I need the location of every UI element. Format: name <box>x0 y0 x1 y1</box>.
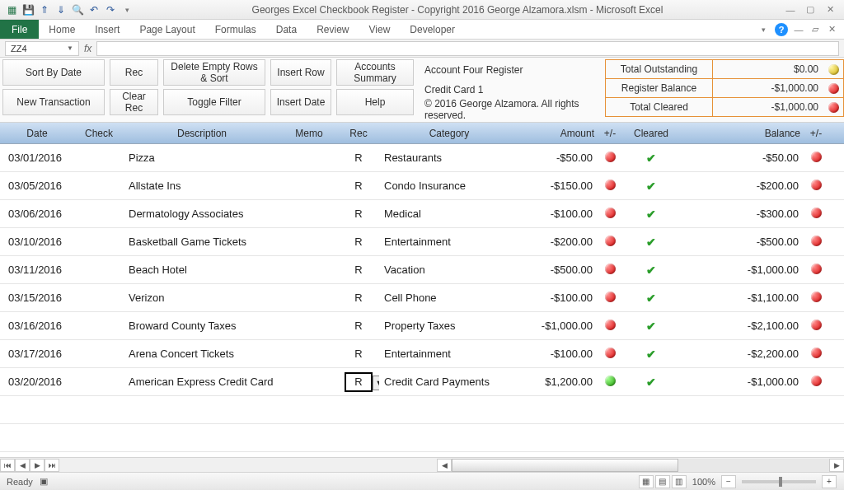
maximize-button[interactable]: ▢ <box>804 4 816 16</box>
hscroll-track[interactable] <box>452 459 829 472</box>
table-row[interactable]: 03/05/2016 Allstate Ins R Condo Insuranc… <box>0 172 844 200</box>
summary-box: Total Outstanding $0.00 Register Balance… <box>605 58 844 122</box>
table-row[interactable]: 03/15/2016 Verizon R Cell Phone -$100.00… <box>0 284 844 312</box>
cell-balance: -$300.00 <box>680 208 804 220</box>
table-row[interactable]: 03/11/2016 Beach Hotel R Vacation -$500.… <box>0 256 844 284</box>
tab-scroll-last-icon[interactable]: ⏭ <box>45 459 59 472</box>
cell-description: Beach Hotel <box>124 264 280 276</box>
table-row[interactable]: 03/06/2016 Dermatology Associates R Medi… <box>0 200 844 228</box>
cell-amount: -$50.00 <box>519 152 598 164</box>
status-dot-icon <box>823 83 843 94</box>
name-box[interactable]: ZZ4 ▼ <box>5 41 79 56</box>
header-category: Category <box>379 128 519 139</box>
insert-date-button[interactable]: Insert Date <box>270 89 331 115</box>
insert-row-button[interactable]: Insert Row <box>270 59 331 86</box>
sort-asc-icon[interactable]: ⇑ <box>38 3 51 16</box>
toggle-filter-button[interactable]: Toggle Filter <box>163 89 265 115</box>
cell-category: Entertainment <box>379 236 519 248</box>
cell-category: Credit Card Payments <box>379 376 519 388</box>
table-row[interactable]: 03/16/2016 Broward County Taxes R Proper… <box>0 312 844 340</box>
table-row[interactable]: 03/10/2016 Basketball Game Tickets R Ent… <box>0 228 844 256</box>
cell-rec: R <box>338 292 379 304</box>
find-icon[interactable]: 🔍 <box>71 3 84 16</box>
status-dot-icon <box>605 180 616 190</box>
macro-record-icon[interactable]: ▣ <box>40 476 48 487</box>
status-dot-icon <box>811 348 822 358</box>
cell-description: Broward County Taxes <box>124 320 280 332</box>
table-row[interactable]: 03/17/2016 Arena Concert Tickets R Enter… <box>0 340 844 368</box>
zoom-slider[interactable] <box>742 480 816 483</box>
tab-scroll-next-icon[interactable]: ▶ <box>30 459 45 472</box>
summary-value: -$1,000.00 <box>713 98 823 116</box>
help-icon[interactable]: ? <box>775 23 788 36</box>
close-button[interactable]: ✕ <box>824 4 836 16</box>
cell-description: Pizza <box>124 152 280 164</box>
name-box-dropdown-icon[interactable]: ▼ <box>67 44 73 52</box>
minimize-button[interactable]: — <box>785 4 796 16</box>
rec-dropdown[interactable]: R ▼ R <box>345 372 373 392</box>
zoom-out-icon[interactable]: − <box>721 475 736 488</box>
status-dot-icon <box>823 64 843 75</box>
file-tab[interactable]: File <box>0 20 39 39</box>
tab-home[interactable]: Home <box>39 20 85 39</box>
cell-pm2-dot <box>804 292 828 305</box>
tab-scroll-first-icon[interactable]: ⏮ <box>0 459 15 472</box>
workbook-restore-icon[interactable]: ▱ <box>809 24 821 35</box>
tab-insert[interactable]: Insert <box>85 20 129 39</box>
sort-by-date-button[interactable]: Sort By Date <box>2 59 105 86</box>
tab-data[interactable]: Data <box>266 20 307 39</box>
cell-cleared: ✔ <box>622 292 680 305</box>
help-button[interactable]: Help <box>336 89 414 115</box>
sort-desc-icon[interactable]: ⇓ <box>54 3 68 16</box>
workbook-minimize-icon[interactable]: — <box>793 24 804 35</box>
cell-pm2-dot <box>804 376 828 389</box>
register-body[interactable]: 03/01/2016 Pizza R Restaurants -$50.00 ✔… <box>0 144 844 457</box>
summary-label: Total Outstanding <box>606 60 713 78</box>
table-row-empty[interactable] <box>0 424 844 452</box>
zoom-in-icon[interactable]: + <box>822 475 837 488</box>
summary-value: -$1,000.00 <box>713 79 823 97</box>
fx-icon[interactable]: fx <box>84 43 91 54</box>
undo-icon[interactable]: ↶ <box>87 3 101 16</box>
clear-rec-button[interactable]: Clear Rec <box>110 89 158 115</box>
table-row[interactable]: 03/20/2016 American Express Credit Card … <box>0 368 844 396</box>
tab-scroll-prev-icon[interactable]: ◀ <box>15 459 30 472</box>
cell-rec: R <box>338 264 379 276</box>
cell-rec[interactable]: R ▼ R <box>338 372 379 392</box>
cell-cleared: ✔ <box>622 152 680 165</box>
tab-formulas[interactable]: Formulas <box>205 20 266 39</box>
summary-label: Total Cleared <box>606 98 713 116</box>
hscroll-right-icon[interactable]: ▶ <box>829 459 844 472</box>
cell-amount: -$100.00 <box>519 208 598 220</box>
redo-icon[interactable]: ↷ <box>104 3 117 16</box>
horizontal-scrollbar: ⏮ ◀ ▶ ⏭ ◀ ▶ <box>0 457 844 472</box>
chevron-down-icon[interactable]: ▼ <box>373 376 379 390</box>
tab-page-layout[interactable]: Page Layout <box>129 20 204 39</box>
cell-description: Basketball Game Tickets <box>124 236 280 248</box>
rec-button[interactable]: Rec <box>110 59 158 86</box>
qat-dropdown-icon[interactable]: ▾ <box>120 3 134 16</box>
status-ready: Ready <box>7 477 33 487</box>
cell-rec: R <box>338 152 379 164</box>
table-row[interactable]: 03/01/2016 Pizza R Restaurants -$50.00 ✔… <box>0 144 844 172</box>
cell-balance: -$2,100.00 <box>680 320 804 332</box>
cell-date: 03/15/2016 <box>0 292 74 304</box>
hscroll-left-icon[interactable]: ◀ <box>437 459 452 472</box>
table-row-empty[interactable] <box>0 396 844 424</box>
ribbon-min-icon[interactable]: ▾ <box>757 23 770 36</box>
save-icon[interactable]: 💾 <box>21 3 35 16</box>
tab-view[interactable]: View <box>359 20 401 39</box>
hscroll-thumb[interactable] <box>452 459 678 472</box>
view-page-break-icon[interactable]: ▥ <box>672 475 687 488</box>
tab-developer[interactable]: Developer <box>400 20 465 39</box>
view-page-layout-icon[interactable]: ▤ <box>655 475 670 488</box>
formula-input[interactable] <box>96 41 839 56</box>
view-normal-icon[interactable]: ▦ <box>639 475 654 488</box>
formula-bar: ZZ4 ▼ fx <box>0 40 844 58</box>
accounts-summary-button[interactable]: Accounts Summary <box>336 59 414 86</box>
delete-empty-button[interactable]: Delete Empty Rows & Sort <box>163 59 265 86</box>
check-icon: ✔ <box>646 320 656 333</box>
workbook-close-icon[interactable]: ✕ <box>826 24 837 35</box>
new-transaction-button[interactable]: New Transaction <box>2 89 105 115</box>
tab-review[interactable]: Review <box>307 20 359 39</box>
